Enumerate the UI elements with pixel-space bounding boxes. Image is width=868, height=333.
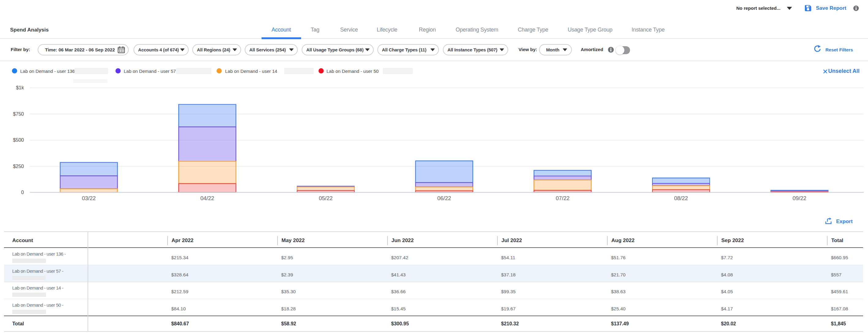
svg-text:09/22: 09/22 xyxy=(793,195,806,201)
svg-text:0: 0 xyxy=(21,190,24,195)
svg-text:$750: $750 xyxy=(13,111,24,116)
svg-text:05/22: 05/22 xyxy=(319,195,333,201)
svg-text:$500: $500 xyxy=(13,137,24,143)
svg-text:03/22: 03/22 xyxy=(82,195,96,201)
svg-text:06/22: 06/22 xyxy=(437,195,451,201)
svg-text:07/22: 07/22 xyxy=(556,195,569,201)
svg-text:$250: $250 xyxy=(13,164,24,169)
svg-text:$1k: $1k xyxy=(16,85,24,90)
svg-text:04/22: 04/22 xyxy=(200,195,214,201)
svg-text:08/22: 08/22 xyxy=(674,195,688,201)
